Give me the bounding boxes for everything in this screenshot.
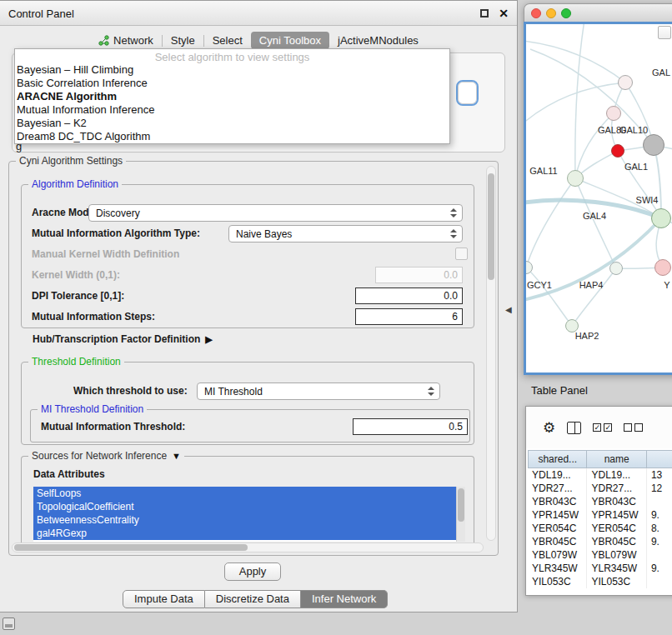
table-cell[interactable]: 9. [647, 508, 672, 522]
network-window-titlebar[interactable] [524, 3, 672, 22]
tab-cyni-toolbox[interactable]: Cyni Toolbox [251, 32, 329, 49]
dropdown-item-selected[interactable]: ARACNE Algorithm [15, 90, 449, 103]
table-cell[interactable]: YBR045C [587, 535, 646, 548]
threshold-select[interactable]: MI Threshold [197, 382, 440, 400]
table-row[interactable]: YDL19...YDL19...13 [528, 468, 672, 482]
table-cell[interactable] [647, 575, 672, 588]
network-node[interactable] [618, 75, 633, 90]
attribute-list-scrollbar[interactable] [456, 487, 465, 542]
hub-definition-header[interactable]: Hub/Transcription Factor Definition ▶ [33, 333, 213, 345]
dropdown-item[interactable]: Bayesian – K2 [15, 117, 449, 130]
settings-horizontal-scrollbar[interactable] [12, 542, 484, 552]
mi-threshold-field[interactable] [353, 418, 468, 435]
table-cell[interactable]: YBL079W [528, 548, 587, 562]
table-cell[interactable]: YLR345W [587, 562, 646, 575]
table-row[interactable]: YDR27...YDR27...12 [528, 482, 672, 495]
table-cell[interactable]: 13 [647, 468, 672, 482]
table-cell[interactable] [647, 495, 672, 508]
table-row[interactable]: YER054CYER054C8. [528, 522, 672, 535]
table-cell[interactable]: 8. [647, 522, 672, 535]
dpi-tolerance-field[interactable] [355, 288, 463, 304]
network-node[interactable] [643, 134, 664, 156]
column-header[interactable]: shared... [528, 450, 587, 468]
help-button[interactable] [456, 80, 479, 106]
table-row[interactable]: YBR043CYBR043C [528, 495, 672, 508]
dropdown-item[interactable]: Basic Correlation Inference [15, 77, 449, 90]
tab-impute-data[interactable]: Impute Data [123, 590, 205, 608]
tab-style[interactable]: Style [163, 32, 203, 49]
deselect-all-icon[interactable] [624, 423, 643, 432]
select-all-icon[interactable]: ✓ ✓ [593, 423, 612, 432]
attribute-item-selected[interactable]: TopologicalCoefficient [33, 500, 456, 513]
tab-discretize-data[interactable]: Discretize Data [205, 590, 301, 608]
table-cell[interactable]: YBL079W [587, 548, 646, 562]
network-node[interactable] [611, 144, 624, 158]
table-row[interactable]: YBL079WYBL079W [528, 548, 672, 562]
float-window-icon[interactable] [480, 9, 489, 18]
attribute-item-selected[interactable]: BetweennessCentrality [33, 513, 456, 527]
network-node[interactable] [524, 261, 533, 274]
apply-button[interactable]: Apply [224, 562, 281, 581]
table-row[interactable]: YIL053CYIL053C [528, 575, 672, 588]
tab-network[interactable]: Network [90, 32, 162, 49]
table-row[interactable]: YBR045CYBR045C9. [528, 535, 672, 548]
table-panel-window: ⚙ ✓ ✓ shared... name YDL19...YDL19...13Y… [525, 406, 672, 596]
network-node[interactable] [606, 106, 621, 121]
table-row[interactable]: YPR145WYPR145W9. [528, 508, 672, 522]
table-cell[interactable]: YIL053C [587, 575, 646, 588]
table-cell[interactable]: YLR345W [528, 562, 587, 575]
table-cell[interactable]: YDL19... [587, 468, 646, 482]
sources-header[interactable]: Sources for Network Inference ▼ [28, 450, 184, 462]
network-icon [98, 35, 109, 46]
table-cell[interactable]: 12 [647, 482, 672, 495]
table-cell[interactable]: YBR043C [528, 495, 587, 508]
table-cell[interactable]: YDL19... [528, 468, 587, 482]
table-cell[interactable]: YER054C [528, 522, 587, 535]
network-node[interactable] [654, 259, 671, 276]
aracne-mode-select[interactable]: Discovery [88, 204, 463, 222]
network-corner-button[interactable] [658, 26, 671, 39]
table-cell[interactable]: YDR27... [528, 482, 587, 495]
scrollbar-thumb[interactable] [14, 544, 248, 551]
tab-select[interactable]: Select [204, 32, 251, 49]
network-canvas[interactable]: GAL80GAL10GALGAL11GAL1SWI4GAL4GCY1HAP4HA… [524, 22, 672, 375]
table-row[interactable]: YLR345WYLR345W9. [528, 562, 672, 575]
table-cell[interactable]: YBR043C [587, 495, 646, 508]
zoom-traffic-light[interactable] [561, 8, 571, 18]
scrollbar-thumb[interactable] [488, 173, 494, 280]
dropdown-item[interactable]: Dream8 DC_TDC Algorithm [15, 130, 449, 143]
close-traffic-light[interactable] [531, 8, 541, 18]
minimize-traffic-light[interactable] [546, 8, 556, 18]
settings-vertical-scrollbar[interactable] [486, 166, 496, 541]
tab-jactivemnodules[interactable]: jActiveMNodules [329, 32, 427, 49]
table-cell[interactable]: YPR145W [587, 508, 646, 522]
network-node[interactable] [609, 262, 623, 275]
column-header[interactable]: name [587, 450, 646, 468]
table-cell[interactable] [647, 548, 672, 562]
mi-algorithm-type-select[interactable]: Naive Bayes [228, 225, 463, 242]
panel-grip-icon[interactable] [3, 618, 15, 630]
dropdown-item[interactable]: Mutual Information Inference [15, 103, 449, 117]
table-cell[interactable]: YIL053C [528, 575, 587, 588]
table-cell[interactable]: YDR27... [587, 482, 646, 495]
mi-steps-field[interactable] [355, 308, 463, 325]
column-selector-icon[interactable] [567, 422, 581, 434]
table-cell[interactable]: YER054C [587, 522, 646, 535]
table-cell[interactable]: 9. [647, 562, 672, 575]
chevron-down-icon: ▼ [172, 451, 181, 461]
column-header[interactable] [647, 450, 672, 468]
gear-icon[interactable]: ⚙ [543, 419, 555, 437]
attribute-item-selected[interactable]: SelfLoops [33, 487, 456, 500]
splitter-collapse-arrow[interactable]: ◀ [505, 305, 512, 314]
network-node[interactable] [567, 170, 584, 187]
table-cell[interactable]: YBR045C [528, 535, 587, 548]
mi-threshold-group: MI Threshold Definition Mutual Informati… [30, 409, 470, 442]
table-cell[interactable]: 9. [647, 535, 672, 548]
table-cell[interactable]: YPR145W [528, 508, 587, 522]
dropdown-item[interactable]: Bayesian – Hill Climbing [15, 63, 449, 77]
tab-infer-network[interactable]: Infer Network [301, 590, 388, 608]
window-title: Control Panel [8, 8, 74, 20]
close-icon[interactable]: ✕ [499, 7, 509, 20]
network-node[interactable] [651, 208, 671, 228]
attribute-item-selected[interactable]: gal4RGexp [33, 527, 456, 540]
